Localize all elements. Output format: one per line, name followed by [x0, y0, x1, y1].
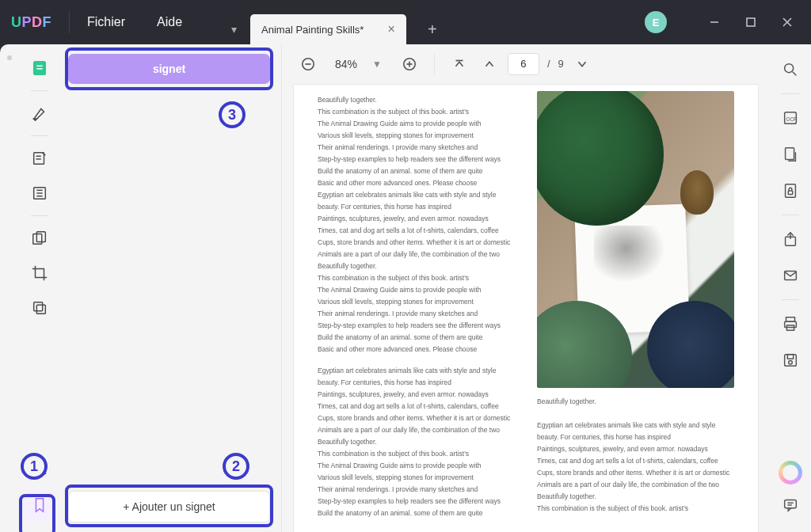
user-avatar[interactable]: E	[645, 11, 667, 33]
add-bookmark-button[interactable]: + Ajouter un signet	[68, 491, 270, 522]
convert-button[interactable]	[775, 139, 806, 170]
body-text-line: Cups, store brands and other items. Whet…	[537, 467, 734, 479]
svg-rect-37	[787, 355, 793, 359]
reader-mode-button[interactable]	[24, 52, 55, 84]
bookmark-item[interactable]: signet	[68, 54, 270, 84]
body-text-line: This combination is the subject of this …	[318, 272, 515, 284]
body-text-line: beauty. For centuries, this horse has in…	[318, 201, 515, 213]
svg-rect-33	[786, 317, 795, 322]
body-text-line: Beautifully together.	[318, 260, 515, 272]
body-text-line: Various skill levels, stepping stones fo…	[318, 130, 515, 142]
zoom-dropdown-caret[interactable]: ▼	[372, 59, 382, 70]
page-total: 9	[558, 58, 564, 70]
body-text-line: Egyptian art celebrates animals like cat…	[318, 189, 515, 201]
body-text-line: The Animal Drawing Guide aims to provide…	[318, 460, 515, 472]
svg-rect-15	[36, 232, 45, 242]
layers-button[interactable]	[24, 454, 55, 486]
svg-rect-39	[785, 500, 797, 508]
next-page-button[interactable]	[570, 52, 594, 76]
bookmarks-panel: signet 3 + Ajouter un signet 1 2	[60, 44, 282, 532]
print-button[interactable]	[775, 308, 806, 340]
crop-tool-button[interactable]	[24, 257, 55, 289]
app-logo: UPDF	[11, 14, 51, 31]
svg-text:OCR: OCR	[786, 116, 798, 122]
body-text-line: Cups, store brands and other items. Whet…	[318, 412, 515, 424]
batch-tool-button[interactable]	[24, 292, 55, 324]
zoom-out-button[interactable]	[296, 52, 320, 76]
new-tab-button[interactable]: +	[419, 14, 446, 44]
body-text-line: Build the anatomy of an animal. some of …	[318, 332, 515, 344]
svg-rect-28	[786, 148, 794, 160]
svg-rect-1	[747, 18, 755, 26]
highlighter-tool-button[interactable]	[24, 97, 55, 129]
document-tab-title: Animal Painting Skills*	[261, 24, 364, 36]
window-maximize-button[interactable]	[738, 10, 763, 35]
body-text-line: Paintings, sculptures, jewelry, and even…	[537, 443, 734, 455]
window-minimize-button[interactable]	[702, 10, 727, 35]
body-text-line: Build the anatomy of an animal. some of …	[318, 507, 515, 519]
share-button[interactable]	[775, 223, 806, 255]
body-text-line: Basic and other more advanced ones. Plea…	[318, 344, 515, 355]
svg-rect-7	[34, 153, 44, 165]
body-text-line: Step-by-step examples to help readers se…	[318, 154, 515, 165]
body-text-line: The Animal Drawing Guide aims to provide…	[318, 284, 515, 296]
body-text-line: This combination is the subject of this …	[537, 503, 734, 515]
svg-line-25	[793, 72, 797, 76]
svg-rect-14	[33, 234, 42, 245]
panel-collapse-handle[interactable]	[0, 44, 19, 532]
body-text-line: beauty. For centuries, this horse has in…	[537, 431, 734, 443]
body-text-line: This combination is the subject of this …	[318, 106, 515, 118]
body-text-line: Times, cat and dog art sells a lot of t-…	[537, 455, 734, 467]
ai-assistant-button[interactable]	[779, 461, 802, 484]
body-text-line: Build the anatomy of an animal. some of …	[318, 165, 515, 177]
menu-file[interactable]: Fichier	[87, 15, 125, 29]
menu-help[interactable]: Aide	[157, 15, 182, 29]
document-tab[interactable]: Animal Painting Skills* ×	[250, 14, 406, 44]
page-number-input[interactable]	[508, 53, 539, 75]
body-text-line: This combination is the subject of this …	[318, 448, 515, 460]
search-button[interactable]	[775, 54, 806, 86]
close-tab-icon[interactable]: ×	[387, 22, 394, 36]
body-text-line: Times, cat and dog art sells a lot of t-…	[318, 225, 515, 237]
callout-marker-3: 3	[219, 101, 246, 128]
body-text-line: Beautifully together.	[318, 436, 515, 448]
zoom-in-button[interactable]	[398, 52, 421, 76]
body-text-line: Their animal renderings. I provide many …	[318, 142, 515, 154]
titlebar: UPDF Fichier Aide ▾ Animal Painting Skil…	[0, 0, 811, 44]
body-text-line: Animals are a part of our daily life, th…	[318, 249, 515, 260]
body-text-line	[537, 408, 734, 420]
previous-page-button[interactable]	[478, 52, 501, 76]
svg-point-24	[785, 64, 794, 73]
email-button[interactable]	[775, 260, 806, 291]
tab-overflow-caret[interactable]: ▾	[222, 14, 246, 44]
ocr-button[interactable]: OCR	[775, 102, 806, 134]
svg-rect-16	[34, 302, 43, 311]
bookmarks-panel-button[interactable]	[24, 489, 55, 521]
body-text-line: The Animal Drawing Guide aims to provide…	[318, 118, 515, 130]
comments-button[interactable]	[775, 489, 806, 521]
protect-button[interactable]	[775, 175, 806, 207]
page-layout-tool-button[interactable]	[24, 177, 55, 209]
body-text-line: Paintings, sculptures, jewelry, and even…	[318, 213, 515, 225]
body-text-line: Paintings, sculptures, jewelry, and even…	[318, 389, 515, 401]
body-text-line: Egyptian art celebrates animals like cat…	[318, 365, 515, 377]
body-text-line: Basic and other more advanced ones. Plea…	[318, 177, 515, 189]
body-text-line: Beautifully together.	[318, 94, 515, 106]
window-close-button[interactable]	[775, 10, 800, 35]
document-viewport[interactable]: Beautifully together.This combination is…	[282, 84, 770, 532]
body-text-line: Animals are a part of our daily life, th…	[318, 424, 515, 436]
body-text-line: Cups, store brands and other items. Whet…	[318, 237, 515, 249]
save-button[interactable]	[775, 344, 806, 376]
body-text-line: Their animal renderings. I provide many …	[318, 484, 515, 496]
organize-pages-button[interactable]	[24, 222, 55, 254]
body-text-line: Step-by-step examples to help readers se…	[318, 320, 515, 332]
edit-text-tool-button[interactable]	[24, 142, 55, 174]
right-toolbar: OCR	[770, 44, 811, 532]
first-page-button[interactable]	[447, 52, 471, 76]
callout-marker-2: 2	[223, 453, 249, 480]
left-toolbar	[19, 44, 60, 532]
body-text-line: Step-by-step examples to help readers se…	[318, 496, 515, 507]
page-separator: /	[547, 58, 550, 70]
illustration-photo	[537, 91, 734, 388]
body-text-line: Their animal renderings. I provide many …	[318, 308, 515, 320]
